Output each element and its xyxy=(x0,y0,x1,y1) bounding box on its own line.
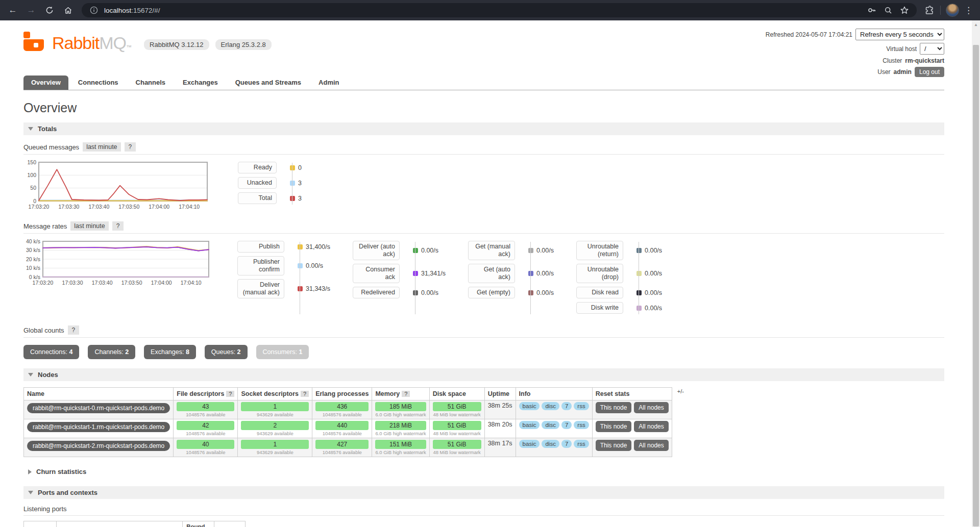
rabbitmq-logo-text[interactable]: RabbitMQ™ xyxy=(52,35,132,51)
rates-legend-number: 0.00/s xyxy=(536,247,554,254)
info-badge-7[interactable]: 7 xyxy=(561,440,572,448)
rates-legend-button[interactable]: Deliver (auto ack) xyxy=(353,241,400,260)
info-badge-rss[interactable]: rss xyxy=(574,440,589,448)
queued-period-chip[interactable]: last minute xyxy=(83,142,120,152)
node-metric-cell: 151 MiB6.0 GiB high watermark xyxy=(372,438,429,457)
node-name-pill[interactable]: rabbit@rm-quickstart-0.rm-quickstart-pod… xyxy=(27,403,170,413)
rates-legend-button[interactable]: Redelivered xyxy=(353,287,400,298)
reset-stats-this-node-button[interactable]: This node xyxy=(596,440,632,451)
section-churn-statistics[interactable]: Churn statistics xyxy=(23,465,944,478)
queued-legend-number: 0 xyxy=(298,164,302,171)
count-chip-consumers[interactable]: Consumers: 1 xyxy=(256,345,309,359)
page-scrollbar[interactable]: ▲ xyxy=(972,20,980,527)
url-text[interactable]: localhost:15672/#/ xyxy=(104,7,862,14)
logout-button[interactable]: Log out xyxy=(915,67,944,77)
metric-bar: 2 xyxy=(241,421,309,430)
node-name-pill[interactable]: rabbit@rm-quickstart-2.rm-quickstart-pod… xyxy=(27,441,170,451)
help-icon[interactable]: ? xyxy=(301,391,309,397)
tab-admin[interactable]: Admin xyxy=(311,76,347,90)
metric-bar: 440 xyxy=(315,421,369,430)
global-counts-help-icon[interactable]: ? xyxy=(68,325,80,335)
refresh-interval-select[interactable]: Refresh every 5 seconds xyxy=(855,29,944,40)
rates-legend-value: 31,341/s xyxy=(413,270,446,277)
tab-queues-and-streams[interactable]: Queues and Streams xyxy=(228,76,309,90)
bookmark-star-icon[interactable] xyxy=(898,4,911,16)
vhost-select[interactable]: / xyxy=(920,43,944,55)
tab-overview[interactable]: Overview xyxy=(23,76,68,90)
queued-legend-button[interactable]: Total xyxy=(238,192,277,204)
nodes-col-header: Erlang processes xyxy=(312,388,372,400)
tab-exchanges[interactable]: Exchanges xyxy=(175,76,226,90)
reset-stats-this-node-button[interactable]: This node xyxy=(596,421,632,432)
count-chip-exchanges[interactable]: Exchanges: 8 xyxy=(144,345,196,359)
metric-bar: 51 GiB xyxy=(433,421,481,430)
rates-legend-button[interactable]: Unroutable (return) xyxy=(576,241,623,260)
info-badge-disc[interactable]: disc xyxy=(542,402,559,410)
rates-period-chip[interactable]: last minute xyxy=(70,221,108,231)
profile-avatar[interactable] xyxy=(946,4,959,17)
info-badge-7[interactable]: 7 xyxy=(561,421,572,429)
help-icon[interactable]: ? xyxy=(402,391,410,397)
forward-icon[interactable]: → xyxy=(23,3,39,18)
count-chip-connections[interactable]: Connections: 4 xyxy=(23,345,79,359)
info-badge-basic[interactable]: basic xyxy=(519,402,540,410)
nodes-col-header: File descriptors? xyxy=(174,388,238,400)
reload-icon[interactable] xyxy=(42,3,57,18)
count-chip-channels[interactable]: Channels: 2 xyxy=(88,345,135,359)
info-badge-basic[interactable]: basic xyxy=(519,421,540,429)
home-icon[interactable] xyxy=(60,3,76,18)
rates-legend-button[interactable]: Get (empty) xyxy=(468,287,515,298)
legend-swatch-icon xyxy=(528,248,533,253)
tab-channels[interactable]: Channels xyxy=(128,76,174,90)
password-key-icon[interactable] xyxy=(866,4,878,16)
rates-legend-button[interactable]: Publisher confirm xyxy=(237,256,284,275)
rates-legend-button[interactable]: Unroutable (drop) xyxy=(576,264,623,283)
info-badge-disc[interactable]: disc xyxy=(542,440,559,448)
rates-legend-button[interactable]: Deliver (manual ack) xyxy=(237,279,284,298)
reset-stats-all-nodes-button[interactable]: All nodes xyxy=(634,421,668,432)
section-ports-and-contexts[interactable]: Ports and contexts xyxy=(23,486,944,499)
queued-help-icon[interactable]: ? xyxy=(125,142,136,152)
rabbitmq-logo-icon[interactable] xyxy=(23,32,44,51)
rates-help-icon[interactable]: ? xyxy=(112,221,124,231)
rates-legend-button[interactable]: Get (manual ack) xyxy=(468,241,515,260)
column-toggle-link[interactable]: +/- xyxy=(677,388,684,394)
node-metric-cell: 4401048576 available xyxy=(312,419,372,438)
svg-text:0 k/s: 0 k/s xyxy=(29,274,40,280)
rates-legend-button[interactable]: Publish xyxy=(237,241,284,253)
section-nodes[interactable]: Nodes xyxy=(23,368,944,381)
help-icon[interactable]: ? xyxy=(226,391,234,397)
rates-legend-button[interactable]: Disk read xyxy=(576,287,623,298)
info-badge-basic[interactable]: basic xyxy=(519,440,540,448)
rates-legend-button[interactable]: Get (auto ack) xyxy=(468,264,515,283)
info-badge-disc[interactable]: disc xyxy=(542,421,559,429)
reset-stats-this-node-button[interactable]: This node xyxy=(596,402,632,413)
count-chip-queues[interactable]: Queues: 2 xyxy=(205,345,248,359)
site-info-icon[interactable] xyxy=(88,4,100,16)
queued-legend-button[interactable]: Ready xyxy=(238,162,277,173)
rates-legend-button[interactable]: Consumer ack xyxy=(353,264,400,283)
scrollbar-up-arrow[interactable]: ▲ xyxy=(972,22,980,27)
legend-swatch-icon xyxy=(290,181,295,186)
scrollbar-thumb[interactable] xyxy=(973,45,979,526)
info-badge-7[interactable]: 7 xyxy=(561,402,572,410)
queued-legend-button[interactable]: Unacked xyxy=(238,177,277,189)
queued-messages-label: Queued messages xyxy=(23,143,79,151)
section-totals[interactable]: Totals xyxy=(23,122,944,135)
browser-menu-icon[interactable]: ⋮ xyxy=(964,5,973,16)
node-metric-cell: 1943629 available xyxy=(238,438,312,457)
node-name-pill[interactable]: rabbit@rm-quickstart-1.rm-quickstart-pod… xyxy=(27,422,170,432)
info-badge-rss[interactable]: rss xyxy=(574,421,589,429)
node-info-cell: basicdisc7rss xyxy=(516,400,592,419)
back-icon[interactable]: ← xyxy=(5,3,20,18)
info-badge-rss[interactable]: rss xyxy=(574,402,589,410)
search-icon[interactable] xyxy=(882,4,894,16)
metric-bar: 151 MiB xyxy=(375,440,426,449)
url-bar[interactable]: localhost:15672/#/ xyxy=(82,3,917,17)
ports-col-header: Protocol xyxy=(24,521,57,527)
rates-legend-button[interactable]: Disk write xyxy=(576,302,623,314)
reset-stats-all-nodes-button[interactable]: All nodes xyxy=(634,440,668,451)
tab-connections[interactable]: Connections xyxy=(70,76,126,90)
extensions-puzzle-icon[interactable] xyxy=(923,4,935,16)
reset-stats-all-nodes-button[interactable]: All nodes xyxy=(634,402,668,413)
